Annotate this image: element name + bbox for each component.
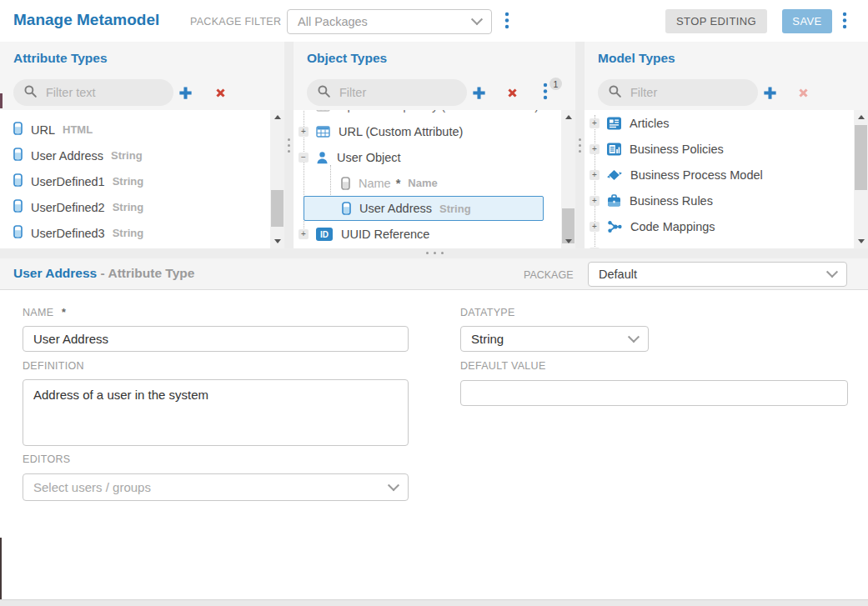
- detail-title: User Address - Attribute Type: [13, 266, 194, 281]
- policies-icon: [607, 143, 621, 156]
- toolbar-menu-button[interactable]: [504, 12, 509, 33]
- tree-item-label: Name: [359, 177, 391, 190]
- tree-item[interactable]: +Code Mappings: [585, 213, 854, 239]
- process-icon: [607, 168, 622, 182]
- add-model-type-button[interactable]: [760, 83, 779, 102]
- panel-splitter[interactable]: [575, 42, 585, 248]
- tree-item-label: User Address: [359, 202, 432, 215]
- tree-item[interactable]: Name*Name: [294, 170, 561, 196]
- attribute-icon: [13, 199, 23, 215]
- attribute-name: UserDefined2: [31, 201, 105, 214]
- delete-attribute-type-button[interactable]: [211, 83, 229, 102]
- horizontal-splitter[interactable]: [0, 248, 868, 258]
- attribute-filter: [13, 79, 173, 106]
- definition-textarea[interactable]: [23, 379, 409, 446]
- attribute-types-panel: Attribute Types URLHTMLUser AddressStrin…: [0, 42, 284, 248]
- delete-object-type-button[interactable]: [503, 83, 521, 102]
- tree-item[interactable]: +Articles: [585, 110, 854, 136]
- expand-icon[interactable]: +: [590, 196, 600, 206]
- tree-item[interactable]: +Business Rules: [585, 188, 854, 213]
- tree-item[interactable]: +Business Policies: [585, 136, 854, 162]
- scroll-down-icon[interactable]: [854, 234, 868, 248]
- add-attribute-type-button[interactable]: [176, 83, 194, 102]
- expand-icon[interactable]: +: [299, 127, 309, 137]
- scroll-up-icon[interactable]: [561, 110, 575, 124]
- attribute-icon: [13, 225, 23, 241]
- object-types-menu-button[interactable]: 1: [536, 83, 554, 102]
- splitter-handle-icon: [424, 252, 446, 254]
- default-value-input[interactable]: [460, 380, 848, 406]
- package-select[interactable]: Default: [588, 262, 847, 287]
- search-icon: [608, 84, 622, 102]
- expand-icon[interactable]: +: [299, 229, 309, 239]
- object-types-tree: Update Frequency (Custom Attribute)+URL …: [294, 110, 561, 248]
- tree-item[interactable]: Update Frequency (Custom Attribute): [294, 110, 561, 118]
- attribute-gray-icon: [341, 177, 350, 190]
- more-actions-button[interactable]: [842, 12, 847, 33]
- scroll-down-icon[interactable]: [270, 234, 284, 248]
- tree-item[interactable]: −User Object: [294, 144, 561, 170]
- attribute-name: URL: [31, 123, 55, 137]
- datatype-label: DATATYPE: [460, 307, 515, 318]
- attribute-datatype: String: [113, 201, 144, 213]
- required-asterisk: *: [396, 177, 401, 190]
- model-filter-input[interactable]: [629, 85, 740, 100]
- scroll-up-icon[interactable]: [854, 110, 868, 124]
- scroll-thumb[interactable]: [855, 125, 867, 190]
- add-object-type-button[interactable]: [469, 83, 488, 102]
- attribute-icon: [342, 202, 351, 215]
- package-filter-select[interactable]: All Packages: [287, 9, 492, 34]
- tree-item[interactable]: +URL (Custom Attribute): [294, 118, 561, 144]
- tree-item[interactable]: +Business Process Model: [585, 162, 854, 188]
- collapse-icon[interactable]: −: [299, 153, 309, 163]
- list-item[interactable]: UserDefined2String: [0, 194, 270, 220]
- articles-icon: [607, 117, 621, 130]
- expand-icon[interactable]: +: [590, 222, 600, 232]
- expand-icon[interactable]: +: [590, 118, 600, 128]
- list-item[interactable]: URLHTML: [0, 117, 270, 143]
- attribute-datatype: String: [113, 175, 144, 188]
- person-icon: [316, 151, 329, 164]
- package-label: PACKAGE: [524, 269, 574, 281]
- editors-placeholder: Select users / groups: [33, 480, 151, 494]
- tree-item[interactable]: +aB: [585, 239, 854, 248]
- tree-item-label: Update Frequency (Custom Attribute): [339, 110, 539, 113]
- delete-model-type-button-disabled[interactable]: [794, 83, 812, 102]
- name-input[interactable]: [23, 326, 409, 352]
- datatype-select[interactable]: String: [460, 326, 649, 352]
- model-filter: [598, 79, 758, 106]
- stop-editing-button[interactable]: STOP EDITING: [665, 9, 767, 33]
- expand-icon[interactable]: +: [590, 144, 600, 154]
- attribute-types-scrollbar[interactable]: [270, 110, 284, 248]
- tree-item[interactable]: User AddressString: [304, 196, 544, 221]
- attribute-icon: [13, 148, 23, 163]
- package-value: Default: [599, 268, 637, 281]
- scroll-up-icon[interactable]: [270, 110, 284, 124]
- detail-title-name: User Address: [13, 266, 97, 280]
- object-types-scrollbar[interactable]: [561, 110, 575, 248]
- editors-select[interactable]: Select users / groups: [23, 473, 409, 501]
- top-toolbar: Manage Metamodel PACKAGE FILTER All Pack…: [0, 0, 868, 43]
- list-item[interactable]: UserDefined1String: [0, 168, 270, 194]
- package-filter-value: All Packages: [298, 15, 368, 28]
- save-button[interactable]: SAVE: [782, 9, 832, 33]
- table-gray-icon: [316, 110, 330, 112]
- editors-label: EDITORS: [23, 453, 70, 465]
- expand-icon[interactable]: +: [590, 170, 600, 180]
- object-filter-input[interactable]: [338, 85, 449, 100]
- panel-splitter[interactable]: [284, 42, 294, 248]
- tree-item[interactable]: +IDUUID Reference: [294, 221, 561, 247]
- scroll-thumb[interactable]: [271, 190, 283, 227]
- scroll-down-icon[interactable]: [561, 234, 575, 248]
- tree-item-label: Business Rules: [630, 194, 713, 208]
- table-icon: [316, 126, 330, 138]
- model-types-tree: +Articles+Business Policies+Business Pro…: [585, 110, 854, 248]
- attribute-filter-input[interactable]: [44, 85, 156, 100]
- attribute-datatype: String: [113, 227, 144, 239]
- attribute-types-title: Attribute Types: [13, 51, 108, 66]
- list-item[interactable]: User AddressString: [0, 143, 270, 168]
- detail-title-suffix: - Attribute Type: [97, 266, 194, 280]
- filter-count-badge: 1: [549, 78, 562, 90]
- model-types-scrollbar[interactable]: [854, 110, 868, 248]
- list-item[interactable]: UserDefined3String: [0, 220, 270, 246]
